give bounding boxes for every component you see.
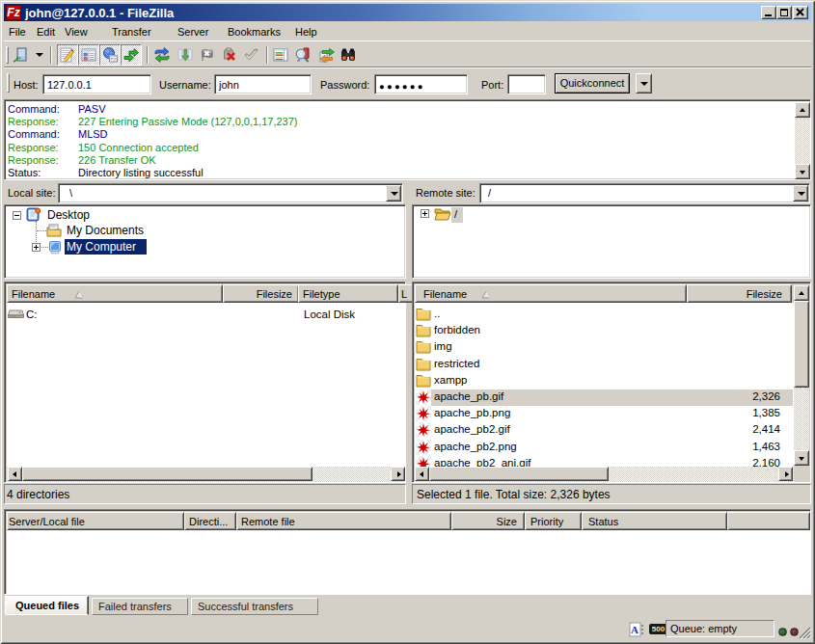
svg-text:A: A	[631, 624, 638, 635]
